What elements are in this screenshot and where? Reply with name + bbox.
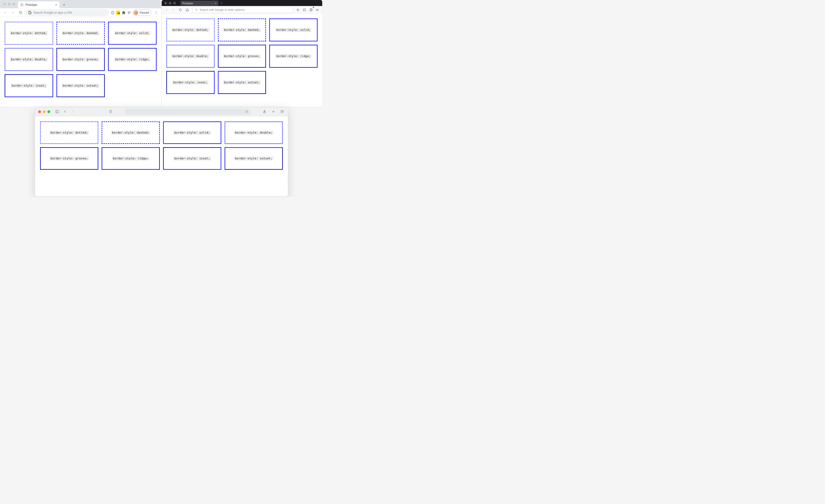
- account-icon[interactable]: [308, 7, 314, 13]
- demo-box-dashed: border-style: dashed;: [57, 22, 105, 45]
- new-tab-icon[interactable]: [271, 109, 276, 115]
- svg-point-2: [112, 12, 113, 12]
- new-tab-button[interactable]: +: [61, 2, 67, 8]
- code-label: border-style: dashed;: [111, 131, 150, 135]
- back-button[interactable]: [2, 9, 8, 16]
- profile-paused-pill[interactable]: Paused: [133, 10, 152, 16]
- info-icon[interactable]: [110, 11, 115, 15]
- reading-list-icon[interactable]: [127, 11, 131, 15]
- tabs-overview-icon[interactable]: [279, 109, 285, 115]
- code-label: border-style: groove;: [223, 54, 261, 58]
- sidebar-toggle-icon[interactable]: [54, 109, 60, 115]
- demo-box-inset: border-style: inset;: [163, 147, 221, 170]
- svg-point-10: [310, 9, 311, 10]
- globe-icon: [20, 3, 23, 6]
- close-tab-icon[interactable]: ×: [215, 2, 217, 5]
- forward-button[interactable]: [70, 109, 76, 115]
- paused-label: Paused: [140, 11, 149, 14]
- demo-box-dashed: border-style: dashed;: [101, 121, 160, 144]
- close-tab-icon[interactable]: ×: [55, 3, 57, 7]
- code-label: border-style: outset;: [62, 84, 99, 88]
- svg-rect-13: [281, 111, 283, 113]
- maximize-window-button[interactable]: [173, 2, 176, 4]
- demo-box-ridge: border-style: ridge;: [108, 48, 157, 71]
- share-icon[interactable]: [261, 109, 267, 115]
- code-label: border-style: dotted;: [171, 28, 209, 32]
- code-label: border-style: dashed;: [62, 31, 99, 35]
- code-label: border-style: dotted;: [10, 31, 48, 35]
- close-window-button[interactable]: [164, 2, 167, 4]
- back-button[interactable]: [163, 7, 169, 13]
- svg-rect-11: [56, 110, 59, 113]
- demo-box-groove: border-style: groove;: [40, 147, 98, 170]
- code-label: border-style: double;: [10, 57, 48, 62]
- home-button[interactable]: [184, 7, 190, 13]
- firefox-browser-window: Prototype × + Search with Google or ente…: [162, 0, 322, 106]
- shield-icon[interactable]: [108, 109, 113, 115]
- library-icon[interactable]: [295, 7, 301, 13]
- browser-tab[interactable]: Prototype ×: [18, 1, 59, 8]
- hamburger-menu-button[interactable]: [314, 7, 320, 13]
- browser-tab[interactable]: Prototype ×: [180, 1, 218, 6]
- code-label: border-style: solid;: [276, 28, 311, 32]
- omnibox-placeholder: Search Google or type a URL: [33, 11, 73, 14]
- maximize-window-button[interactable]: [12, 3, 15, 6]
- code-label: border-style: dotted;: [50, 131, 89, 135]
- code-label: border-style: ridge;: [114, 57, 150, 62]
- demo-box-double: border-style: double;: [5, 48, 53, 71]
- window-controls: [2, 0, 18, 8]
- code-label: border-style: double;: [171, 54, 209, 58]
- minimize-window-button[interactable]: [169, 2, 171, 4]
- safari-browser-window: border-style: dotted; border-style: dash…: [35, 107, 288, 197]
- firefox-toolbar: Search with Google or enter address: [162, 6, 322, 14]
- forward-button[interactable]: [170, 7, 176, 13]
- reload-button[interactable]: [177, 7, 183, 13]
- svg-point-7: [196, 9, 197, 10]
- address-bar[interactable]: [125, 109, 250, 115]
- address-bar[interactable]: Search Google or type a URL: [25, 9, 109, 16]
- code-label: border-style: ridge;: [276, 54, 311, 58]
- new-tab-button[interactable]: +: [218, 1, 225, 5]
- demo-box-dotted: border-style: dotted;: [5, 22, 53, 45]
- demo-box-double: border-style: double;: [225, 121, 283, 144]
- forward-button[interactable]: [10, 9, 16, 16]
- address-bar[interactable]: Search with Google or enter address: [193, 7, 293, 13]
- back-button[interactable]: [62, 109, 68, 115]
- chrome-tab-strip: Prototype × +: [0, 0, 161, 8]
- tab-title: Prototype: [25, 3, 37, 6]
- firefox-tab-strip: Prototype × +: [162, 0, 322, 6]
- demo-box-solid: border-style: solid;: [163, 121, 221, 144]
- demo-box-dotted: border-style: dotted;: [40, 121, 98, 144]
- reload-button[interactable]: [17, 9, 24, 16]
- code-label: border-style: double;: [234, 131, 273, 135]
- close-window-button[interactable]: [3, 3, 6, 6]
- tab-title: Prototype: [182, 2, 193, 5]
- demo-box-ridge: border-style: ridge;: [269, 45, 318, 68]
- demo-box-inset: border-style: inset;: [166, 71, 215, 94]
- minimize-window-button[interactable]: [8, 3, 11, 6]
- demo-box-dotted: border-style: dotted;: [166, 18, 215, 42]
- reload-icon[interactable]: [245, 110, 248, 114]
- toolbar-right: [295, 7, 320, 13]
- maximize-window-button[interactable]: [48, 110, 50, 113]
- svg-rect-3: [112, 12, 113, 13]
- code-label: border-style: groove;: [50, 156, 89, 160]
- chrome-viewport: border-style: dotted; border-style: dash…: [0, 17, 161, 106]
- safari-viewport: border-style: dotted; border-style: dash…: [35, 116, 288, 197]
- close-window-button[interactable]: [38, 110, 41, 113]
- chrome-toolbar: Search Google or type a URL JS Paused: [0, 8, 161, 17]
- code-label: border-style: outset;: [234, 156, 273, 160]
- safari-toolbar: [35, 107, 288, 116]
- code-label: border-style: inset;: [172, 80, 209, 84]
- minimize-window-button[interactable]: [43, 110, 46, 113]
- sidebar-icon[interactable]: [301, 7, 307, 13]
- demo-box-outset: border-style: outset;: [57, 74, 105, 97]
- svg-point-6: [156, 13, 156, 14]
- code-label: border-style: inset;: [173, 156, 211, 160]
- js-extension-icon[interactable]: JS: [116, 11, 120, 15]
- search-icon: [195, 8, 198, 11]
- extensions-icon[interactable]: [122, 11, 126, 15]
- demo-box-solid: border-style: solid;: [269, 18, 318, 42]
- more-menu-button[interactable]: [153, 9, 159, 16]
- demo-box-dashed: border-style: dashed;: [218, 18, 266, 42]
